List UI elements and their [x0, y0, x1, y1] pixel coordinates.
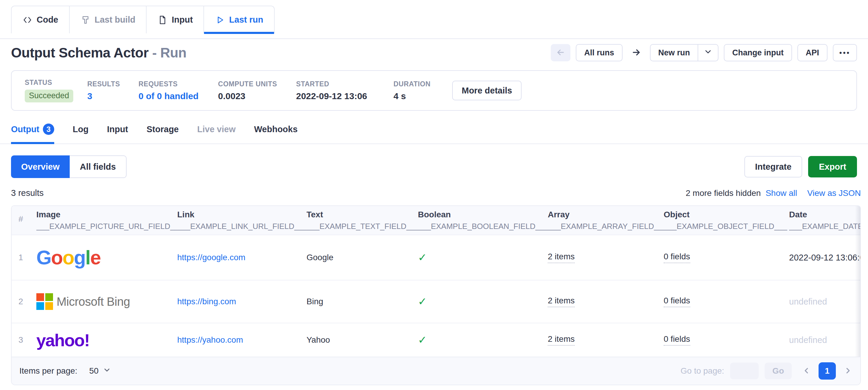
goto-page-input[interactable]	[730, 363, 759, 379]
row-link[interactable]: https://yahoo.com	[177, 335, 243, 345]
column-header-image[interactable]: Image ___EXAMPLE_PICTURE_URL_FIELD___	[36, 210, 177, 231]
actor-tab-bar: Code Last build Input Last run	[0, 6, 868, 33]
row-date: undefined	[789, 335, 860, 345]
goto-page-label: Go to page:	[681, 366, 724, 376]
array-items-link[interactable]: 2 items	[548, 334, 575, 346]
tab-storage[interactable]: Storage	[147, 120, 179, 138]
tab-last-build-label: Last build	[95, 15, 135, 25]
previous-run-button[interactable]	[551, 44, 570, 61]
image-cell[interactable]: Google	[36, 246, 177, 269]
tab-code-label: Code	[37, 15, 58, 25]
column-boolean-field: ___EXAMPLE_BOOLEAN_FIELD___	[418, 222, 548, 231]
compute-units-label: COMPUTE UNITS	[218, 80, 296, 88]
column-object-label: Object	[664, 210, 789, 219]
array-items-link[interactable]: 2 items	[548, 296, 575, 307]
status-label: STATUS	[25, 78, 87, 87]
compute-units-value: 0.0023	[218, 91, 296, 101]
google-logo: Google	[36, 247, 100, 268]
results-value[interactable]: 3	[87, 91, 138, 101]
tab-live-view[interactable]: Live view	[197, 120, 236, 138]
tab-code[interactable]: Code	[11, 6, 70, 33]
row-index: 3	[19, 335, 36, 345]
bing-logo-text: Microsoft Bing	[57, 295, 130, 308]
row-link[interactable]: https://google.com	[177, 253, 245, 262]
current-page-button[interactable]: 1	[818, 362, 836, 380]
requests-label: REQUESTS	[138, 80, 218, 88]
duration-label: DURATION	[394, 80, 452, 88]
change-input-button[interactable]: Change input	[724, 44, 792, 61]
document-icon	[157, 15, 167, 25]
row-date: undefined	[789, 297, 860, 306]
chevron-down-icon	[704, 47, 713, 58]
row-date: 2022-09-12 13:06:0	[789, 253, 860, 263]
column-header-link[interactable]: Link ___EXAMPLE_LINK_URL_FIELD___	[177, 210, 307, 231]
column-header-date[interactable]: Date ___EXAMPLE_DATE_FIELD___	[789, 210, 860, 231]
results-table: # Image ___EXAMPLE_PICTURE_URL_FIELD___ …	[11, 205, 861, 385]
items-per-page-label: Items per page:	[19, 366, 78, 376]
pagination: 1	[802, 362, 852, 380]
next-page-button[interactable]	[844, 366, 852, 376]
integrate-button[interactable]: Integrate	[744, 156, 802, 177]
tab-input[interactable]: Input	[147, 6, 204, 33]
tab-run-input[interactable]: Input	[107, 120, 128, 138]
overview-toggle-button[interactable]: Overview	[11, 155, 70, 178]
previous-page-button[interactable]	[802, 366, 811, 376]
table-header-row: # Image ___EXAMPLE_PICTURE_URL_FIELD___ …	[11, 206, 860, 235]
output-count-badge: 3	[43, 124, 54, 135]
code-icon	[22, 15, 32, 25]
tab-log[interactable]: Log	[73, 120, 89, 138]
table-row[interactable]: 3 yahoo! https://yahoo.com Yahoo ✓ 2 ite…	[11, 323, 860, 357]
all-runs-button[interactable]: All runs	[576, 44, 623, 61]
tab-last-run-label: Last run	[229, 15, 263, 25]
column-image-field: ___EXAMPLE_PICTURE_URL_FIELD___	[36, 222, 177, 231]
google-logo-letter: o	[51, 247, 62, 268]
new-run-button[interactable]: New run	[650, 44, 698, 61]
tab-output[interactable]: Output 3	[11, 120, 54, 138]
page-title-subtitle: - Run	[152, 45, 186, 60]
column-array-label: Array	[548, 210, 664, 219]
go-button[interactable]: Go	[765, 363, 792, 379]
tab-webhooks[interactable]: Webhooks	[254, 120, 298, 138]
play-icon	[215, 15, 225, 25]
table-row[interactable]: 2 Microsoft Bing https://bing.com Bing ✓…	[11, 280, 860, 323]
view-as-json-link[interactable]: View as JSON	[807, 189, 861, 198]
summary-compute-units: COMPUTE UNITS 0.0023	[218, 80, 296, 101]
object-fields-link[interactable]: 0 fields	[664, 252, 690, 263]
boolean-check-icon: ✓	[418, 334, 548, 346]
object-fields-link[interactable]: 0 fields	[664, 296, 690, 307]
column-header-boolean[interactable]: Boolean ___EXAMPLE_BOOLEAN_FIELD___	[418, 210, 548, 231]
page-size-select[interactable]: 50	[89, 366, 111, 376]
tab-last-build[interactable]: Last build	[70, 6, 147, 33]
image-cell[interactable]: yahoo!	[36, 330, 177, 350]
row-text: Google	[307, 253, 418, 262]
summary-results: RESULTS 3	[87, 80, 138, 101]
summary-started: STARTED 2022-09-12 13:06	[296, 80, 394, 101]
next-run-button[interactable]	[628, 44, 645, 61]
column-header-text[interactable]: Text ___EXAMPLE_TEXT_FIELD___	[307, 210, 418, 231]
export-button[interactable]: Export	[808, 156, 857, 177]
goto-page-group: Go to page: Go	[681, 363, 792, 379]
object-fields-link[interactable]: 0 fields	[664, 334, 690, 346]
table-footer: Items per page: 50 Go to page: Go	[11, 357, 860, 385]
image-cell[interactable]: Microsoft Bing	[36, 293, 177, 310]
column-header-array[interactable]: Array ___EXAMPLE_ARRAY_FIELD___	[548, 210, 664, 231]
all-fields-toggle-button[interactable]: All fields	[70, 155, 127, 178]
array-items-link[interactable]: 2 items	[548, 252, 575, 263]
column-header-index: #	[19, 214, 36, 226]
status-badge: Succeeded	[25, 90, 73, 102]
new-run-dropdown-button[interactable]	[698, 44, 718, 61]
requests-value[interactable]: 0 of 0 handled	[138, 91, 218, 101]
column-header-object[interactable]: Object ___EXAMPLE_OBJECT_FIELD___	[664, 210, 789, 231]
table-row[interactable]: 1 Google https://google.com Google ✓ 2 i…	[11, 235, 860, 280]
more-details-button[interactable]: More details	[452, 81, 522, 100]
column-image-label: Image	[36, 210, 177, 219]
row-link[interactable]: https://bing.com	[177, 297, 236, 306]
microsoft-squares-icon	[36, 293, 53, 310]
tab-last-run[interactable]: Last run	[204, 6, 274, 33]
api-button[interactable]: API	[797, 44, 828, 61]
show-all-link[interactable]: Show all	[766, 189, 797, 198]
more-actions-button[interactable]: •••	[833, 44, 857, 61]
ms-square	[36, 302, 44, 310]
column-array-field: ___EXAMPLE_ARRAY_FIELD___	[548, 222, 664, 231]
tab-run-input-label: Input	[107, 124, 128, 134]
